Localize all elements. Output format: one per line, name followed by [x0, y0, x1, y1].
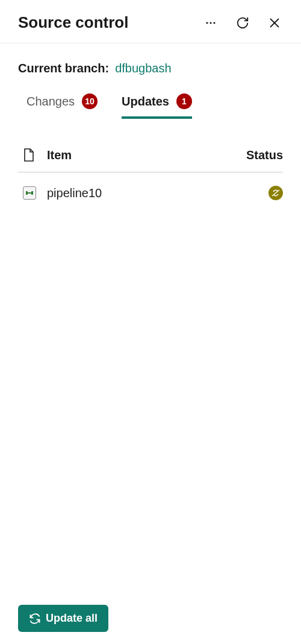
sync-icon	[29, 613, 41, 625]
pipeline-icon	[23, 186, 36, 200]
updates-count-badge: 1	[176, 93, 192, 109]
branch-row: Current branch: dfbugbash	[0, 43, 301, 75]
tabs: Changes 10 Updates 1	[0, 75, 301, 119]
tab-changes[interactable]: Changes 10	[26, 93, 98, 119]
file-icon	[23, 148, 35, 162]
branch-name[interactable]: dfbugbash	[115, 62, 171, 75]
item-type-icon-cell	[23, 186, 47, 200]
refresh-button[interactable]	[234, 14, 252, 32]
update-all-label: Update all	[46, 612, 98, 625]
svg-rect-5	[26, 191, 28, 195]
items-table: Item Status pipeline10	[0, 119, 301, 213]
header-actions	[202, 14, 283, 32]
ellipsis-icon	[205, 17, 217, 29]
tab-updates[interactable]: Updates 1	[122, 93, 192, 119]
svg-point-1	[209, 22, 211, 24]
close-icon	[268, 17, 281, 29]
tab-updates-label: Updates	[122, 95, 169, 109]
update-all-button[interactable]: Update all	[18, 605, 108, 632]
more-options-button[interactable]	[202, 14, 219, 31]
item-name: pipeline10	[47, 186, 235, 200]
panel-header: Source control	[0, 0, 301, 43]
tab-changes-label: Changes	[26, 95, 75, 109]
close-button[interactable]	[266, 14, 283, 31]
file-icon-header	[23, 148, 47, 162]
svg-point-0	[206, 22, 208, 24]
page-title: Source control	[18, 13, 128, 32]
sync-required-icon	[268, 186, 283, 200]
svg-rect-7	[28, 192, 31, 194]
table-header: Item Status	[18, 143, 283, 172]
table-row[interactable]: pipeline10	[18, 172, 283, 213]
svg-line-8	[272, 190, 279, 196]
status-cell	[235, 186, 283, 200]
svg-rect-6	[31, 191, 33, 195]
changes-count-badge: 10	[82, 93, 98, 109]
item-column-header: Item	[47, 148, 235, 162]
footer: Update all	[18, 605, 108, 632]
branch-label: Current branch:	[18, 62, 109, 75]
refresh-icon	[236, 16, 249, 30]
svg-point-2	[213, 22, 215, 24]
status-column-header: Status	[235, 148, 283, 162]
